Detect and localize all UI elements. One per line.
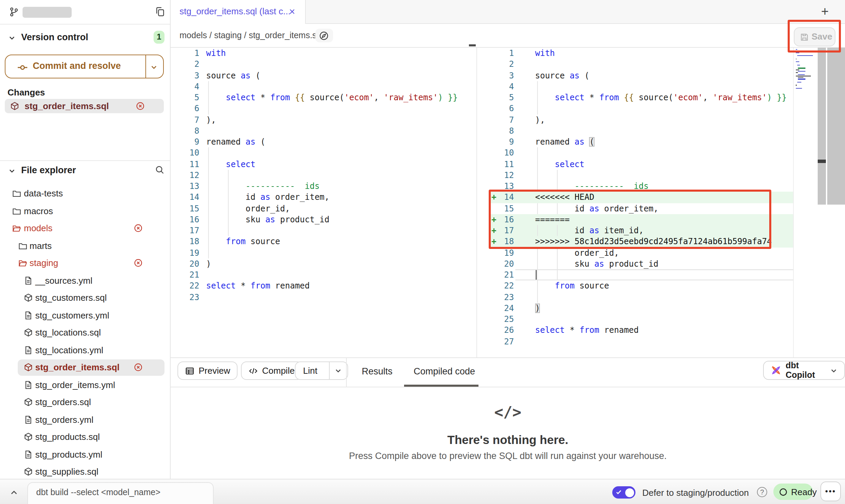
code-line-15[interactable]: 15 id as order_item, — [478, 203, 793, 214]
code-line-13[interactable]: 13 ---------- ids — [171, 181, 476, 192]
window-scrollbar-track[interactable] — [827, 48, 845, 205]
code-line-16[interactable]: 16 sku as product_id — [171, 214, 476, 225]
tab-stg-order-items[interactable]: stg_order_items.sql (last c... — [171, 0, 306, 24]
code-line-22[interactable]: 22select * from renamed — [171, 281, 476, 292]
code-line-21[interactable]: 21 — [478, 269, 793, 281]
code-line-12[interactable]: 12 — [171, 170, 476, 181]
code-line-18[interactable]: 18 from source — [171, 236, 476, 248]
tree-item-stg-order-items-sql[interactable]: stg_order_items.sql — [0, 359, 170, 376]
code-line-23[interactable]: 23 — [171, 292, 476, 303]
code-line-4[interactable]: 4 — [171, 81, 476, 92]
code-line-27[interactable]: 27 — [478, 336, 793, 347]
code-line-7[interactable]: 7), — [171, 114, 476, 125]
lint-label[interactable]: Lint — [296, 362, 325, 379]
code-line-2[interactable]: 2 — [478, 59, 793, 70]
new-tab-button[interactable]: + — [821, 4, 829, 19]
code-line-19[interactable]: 19 order_id, — [478, 247, 793, 258]
compile-button[interactable]: Compile — [241, 361, 302, 380]
changed-file-row[interactable]: stg_order_items.sql — [5, 99, 164, 113]
lint-button[interactable]: Lint — [295, 361, 348, 380]
file-explorer-title[interactable]: File explorer — [21, 165, 76, 175]
tab-results[interactable]: Results — [362, 366, 392, 376]
code-line-18[interactable]: +18>>>>>>> 58c1dd23d5eebd9cd2495fa7124ab… — [478, 236, 793, 248]
code-line-20[interactable]: 20 sku as product_id — [478, 258, 793, 270]
code-line-2[interactable]: 2 — [171, 59, 476, 70]
lint-dropdown-chevron-icon[interactable] — [329, 362, 347, 379]
tree-item-macros[interactable]: macros — [0, 202, 170, 220]
tree-item--sources-yml[interactable]: __sources.yml — [0, 272, 170, 289]
code-line-3[interactable]: 3source as ( — [171, 70, 476, 81]
discard-change-icon[interactable] — [134, 363, 143, 372]
code-line-11[interactable]: 11 select — [478, 159, 793, 170]
code-line-25[interactable]: 25 — [478, 314, 793, 325]
commit-dropdown-chevron-icon[interactable] — [150, 63, 158, 71]
code-line-19[interactable]: 19 — [171, 247, 476, 258]
code-line-10[interactable]: 10 — [171, 148, 476, 159]
tree-item-stg-products-yml[interactable]: stg_products.yml — [0, 446, 170, 463]
tree-item-stg-order-items-yml[interactable]: stg_order_items.yml — [0, 376, 170, 394]
lineage-compass-button[interactable] — [315, 29, 333, 42]
code-line-10[interactable]: 10 — [478, 148, 793, 159]
tree-item-staging[interactable]: staging — [0, 254, 170, 272]
editor-minimap[interactable] — [796, 49, 816, 91]
code-line-16[interactable]: +16======= — [478, 214, 793, 225]
search-icon[interactable] — [155, 165, 164, 175]
code-line-9[interactable]: 9renamed as ( — [478, 136, 793, 148]
tree-item-stg-locations-yml[interactable]: stg_locations.yml — [0, 341, 170, 359]
code-line-8[interactable]: 8 — [478, 125, 793, 137]
code-line-5[interactable]: 5 select * from {{ source('ecom', 'raw_i… — [171, 92, 476, 103]
code-line-22[interactable]: 22 from source — [478, 281, 793, 292]
editor-pane-right[interactable]: 1with23source as (45 select * from {{ so… — [478, 48, 794, 357]
status-badge[interactable]: Ready — [773, 484, 813, 500]
version-control-title[interactable]: Version control — [21, 32, 88, 42]
branch-name-redacted[interactable] — [23, 7, 72, 18]
discard-change-icon[interactable] — [134, 258, 143, 267]
tree-item-stg-customers-yml[interactable]: stg_customers.yml — [0, 307, 170, 324]
code-line-9[interactable]: 9renamed as ( — [171, 136, 476, 148]
editor-pane-left[interactable]: 1with23source as (45 select * from {{ so… — [171, 48, 477, 357]
code-line-20[interactable]: 20) — [171, 258, 476, 270]
code-line-17[interactable]: 17 — [171, 225, 476, 236]
code-line-12[interactable]: 12 — [478, 170, 793, 181]
defer-toggle[interactable] — [612, 486, 635, 499]
discard-change-icon[interactable] — [136, 102, 145, 110]
code-line-4[interactable]: 4 — [478, 81, 793, 92]
editor-scrollbar-thumb[interactable] — [818, 160, 826, 163]
tab-compiled-code[interactable]: Compiled code — [414, 366, 475, 376]
collapse-chevron-up-icon[interactable] — [10, 488, 18, 497]
code-line-14[interactable]: 14 id as order_item, — [171, 192, 476, 203]
commit-and-resolve-button[interactable]: Commit and resolve — [5, 55, 164, 78]
file-explorer-chevron-icon[interactable] — [8, 167, 16, 175]
dbt-copilot-button[interactable]: dbt Copilot — [763, 361, 845, 380]
code-line-1[interactable]: 1with — [171, 48, 476, 59]
breadcrumb[interactable]: models / staging / stg_order_items.sql — [180, 30, 323, 40]
code-line-8[interactable]: 8 — [171, 125, 476, 137]
code-line-24[interactable]: 24) — [478, 303, 793, 314]
tree-item-stg-locations-sql[interactable]: stg_locations.sql — [0, 324, 170, 341]
tree-item-stg-orders-sql[interactable]: stg_orders.sql — [0, 394, 170, 411]
more-options-button[interactable]: ••• — [820, 481, 841, 501]
tree-item-data-tests[interactable]: data-tests — [0, 185, 170, 202]
version-control-chevron-icon[interactable] — [8, 34, 16, 42]
preview-button[interactable]: Preview — [177, 361, 238, 380]
code-line-6[interactable]: 6 — [478, 103, 793, 115]
tree-item-stg-customers-sql[interactable]: stg_customers.sql — [0, 289, 170, 307]
code-line-3[interactable]: 3source as ( — [478, 70, 793, 81]
code-line-15[interactable]: 15 order_id, — [171, 203, 476, 214]
copy-icon[interactable] — [155, 7, 165, 17]
tab-close-icon[interactable] — [288, 8, 296, 16]
help-icon[interactable]: ? — [757, 487, 767, 497]
tree-item-models[interactable]: models — [0, 220, 170, 237]
code-line-21[interactable]: 21 — [171, 269, 476, 281]
tree-item-marts[interactable]: marts — [0, 237, 170, 254]
command-input[interactable]: dbt build --select <model_name> — [27, 482, 214, 504]
code-line-14[interactable]: +14<<<<<<< HEAD — [478, 192, 793, 203]
left-editor-scrollbar-thumb[interactable] — [469, 44, 476, 46]
code-line-1[interactable]: 1with — [478, 48, 793, 59]
code-line-26[interactable]: 26select * from renamed — [478, 325, 793, 336]
tree-item-stg-supplies-sql[interactable]: stg_supplies.sql — [0, 463, 170, 480]
tree-item-stg-orders-yml[interactable]: stg_orders.yml — [0, 411, 170, 428]
discard-change-icon[interactable] — [134, 224, 143, 233]
editor-scrollbar-track[interactable] — [818, 48, 826, 205]
code-line-11[interactable]: 11 select — [171, 159, 476, 170]
